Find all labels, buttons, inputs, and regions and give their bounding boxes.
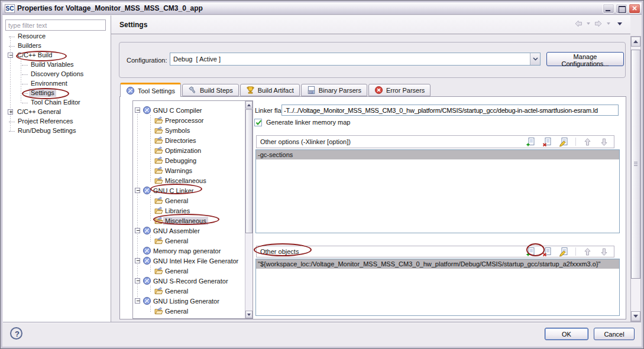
tool-tree-item-gnu-listing-generator[interactable]: GNU Listing Generator — [133, 296, 244, 306]
tool-settings-icon — [126, 86, 135, 95]
add-icon[interactable] — [526, 137, 536, 147]
linker-flags-input[interactable] — [281, 105, 619, 116]
tool-tree-item-gnu-c-compiler[interactable]: GNU C Compiler — [133, 105, 244, 115]
tool-tree-item-symbols[interactable]: Symbols — [133, 125, 244, 135]
back-menu-icon[interactable] — [587, 22, 590, 25]
main-scrollbar[interactable] — [630, 36, 641, 322]
tool-tree-item-directories[interactable]: Directories — [133, 135, 244, 145]
scroll-down-icon[interactable] — [631, 311, 640, 321]
tool-tree-item-warnings[interactable]: Warnings — [133, 165, 244, 175]
collapse-icon[interactable] — [135, 258, 140, 263]
move-down-icon[interactable] — [599, 137, 609, 147]
view-menu-icon[interactable] — [617, 22, 622, 25]
other-options-list[interactable]: -gc-sections — [255, 149, 620, 233]
other-objects-list[interactable]: "${workspace_loc:/Voltage_Monitor_MSS_MS… — [255, 259, 620, 316]
tool-tree-item-preprocessor[interactable]: Preprocessor — [133, 115, 244, 125]
sidebar-item-resource[interactable]: Resource — [3, 31, 109, 41]
ok-button[interactable]: OK — [545, 328, 588, 340]
tool-icon — [143, 226, 151, 235]
configuration-select[interactable]: Debug [ Active ] — [170, 53, 541, 66]
delete-icon[interactable] — [542, 247, 552, 257]
sidebar-item-builders[interactable]: Builders — [3, 41, 109, 50]
check-icon — [255, 119, 263, 126]
expand-icon[interactable] — [8, 109, 13, 115]
collapse-icon[interactable] — [135, 278, 140, 283]
generate-map-checkbox[interactable] — [254, 119, 262, 126]
tool-tree-item-gnu-s-record-generator[interactable]: GNU S-Record Generator — [133, 276, 244, 286]
move-up-icon[interactable] — [582, 137, 593, 147]
scroll-up-icon[interactable] — [631, 37, 640, 47]
page-title: Settings — [119, 21, 147, 29]
tool-tree-item-optimization[interactable]: Optimization — [133, 145, 244, 155]
collapse-icon[interactable] — [135, 298, 140, 304]
forward-menu-icon[interactable] — [607, 22, 610, 25]
move-down-icon[interactable] — [599, 247, 609, 257]
tab-build-artifact[interactable]: Build Artifact — [240, 84, 300, 96]
sidebar-item-project-references[interactable]: Project References — [3, 116, 109, 126]
tool-tree-item-listing-general[interactable]: General — [133, 306, 244, 316]
edit-icon[interactable] — [559, 137, 569, 147]
filter-input[interactable] — [5, 19, 106, 31]
close-button[interactable]: ✕ — [629, 4, 640, 14]
minimize-button[interactable] — [603, 4, 614, 14]
help-button[interactable]: ? — [10, 327, 22, 340]
cancel-button[interactable]: Cancel — [594, 328, 635, 340]
category-folder-icon — [154, 207, 163, 214]
move-up-icon[interactable] — [582, 247, 593, 257]
tool-tree-item-srec-general[interactable]: General — [133, 286, 244, 296]
scrollbar-thumb[interactable] — [245, 109, 253, 233]
scroll-down-icon[interactable] — [245, 311, 253, 318]
collapse-icon[interactable] — [135, 107, 140, 113]
settings-tabs: Tool Settings Build Steps Build Artifact… — [120, 83, 431, 97]
category-folder-icon — [154, 267, 163, 275]
maximize-button[interactable] — [616, 4, 627, 14]
manage-configurations-button[interactable]: Manage Configurations... — [546, 52, 624, 66]
tool-tree-item-gnu-c-linker[interactable]: GNU C Linker — [133, 185, 244, 195]
forward-icon[interactable] — [594, 19, 603, 28]
title-bar[interactable]: SC Properties for Voltage_Monitor_MSS_MS… — [2, 2, 642, 15]
tool-tree-item-libraries[interactable]: Libraries — [133, 206, 244, 216]
tool-tree-item-debugging[interactable]: Debugging — [133, 155, 244, 165]
tab-build-steps[interactable]: Build Steps — [182, 84, 239, 96]
tool-tree-item-linker-miscellaneous[interactable]: Miscellaneous — [133, 216, 244, 226]
collapse-icon[interactable] — [135, 228, 140, 233]
add-icon[interactable] — [526, 247, 536, 257]
list-item[interactable]: "${workspace_loc:/Voltage_Monitor_MSS_MS… — [256, 259, 619, 269]
chevron-down-icon[interactable] — [530, 53, 540, 65]
tool-tree-item-gnu-intel-hex-file-generator[interactable]: GNU Intel Hex File Generator — [133, 256, 244, 266]
tool-tree-item-hex-general[interactable]: General — [133, 266, 244, 276]
settings-page: Settings Configuration: Debug [ Active ]… — [111, 15, 630, 323]
scrollbar-thumb[interactable] — [631, 50, 640, 279]
sidebar-item-tool-chain-editor[interactable]: Tool Chain Editor — [3, 97, 109, 107]
sidebar-item-run-debug-settings[interactable]: Run/Debug Settings — [3, 126, 109, 135]
edit-icon[interactable] — [559, 247, 569, 257]
scroll-up-icon[interactable] — [245, 101, 253, 109]
properties-nav-tree: Resource Builders C/C++ Build Build Vari… — [3, 31, 109, 135]
back-icon[interactable] — [574, 19, 583, 28]
properties-nav-panel: Resource Builders C/C++ Build Build Vari… — [3, 15, 111, 323]
collapse-icon[interactable] — [135, 188, 140, 193]
delete-icon[interactable] — [542, 137, 552, 147]
tree-scrollbar[interactable] — [245, 101, 253, 318]
category-folder-icon — [154, 237, 163, 244]
sidebar-item-discovery-options[interactable]: Discovery Options — [3, 69, 109, 79]
sidebar-item-ccpp-general[interactable]: C/C++ General — [3, 107, 109, 116]
list-item[interactable]: -gc-sections — [256, 150, 619, 159]
tab-binary-parsers[interactable]: 010 Binary Parsers — [301, 84, 367, 96]
tool-tree-item-gnu-assembler[interactable]: GNU Assembler — [133, 226, 244, 236]
tool-tree-item-linker-general[interactable]: General — [133, 195, 244, 206]
tool-tree-item-memory-map-generator[interactable]: Memory map generator — [133, 246, 244, 256]
sidebar-item-environment[interactable]: Environment — [3, 79, 109, 88]
sidebar-item-ccpp-build[interactable]: C/C++ Build — [3, 50, 109, 60]
tab-tool-settings[interactable]: Tool Settings — [120, 83, 181, 97]
sidebar-item-settings[interactable]: Settings — [3, 88, 109, 97]
tool-icon — [143, 276, 151, 285]
sidebar-item-build-variables[interactable]: Build Variables — [3, 60, 109, 69]
tab-error-parsers[interactable]: Error Parsers — [368, 84, 431, 96]
tool-tree-item-assembler-general[interactable]: General — [133, 236, 244, 246]
tool-tree-item-compiler-miscellaneous[interactable]: Miscellaneous — [133, 175, 244, 185]
category-folder-icon — [154, 156, 163, 164]
category-folder-icon — [154, 126, 163, 134]
category-folder-icon — [154, 116, 163, 124]
collapse-icon[interactable] — [8, 53, 13, 58]
